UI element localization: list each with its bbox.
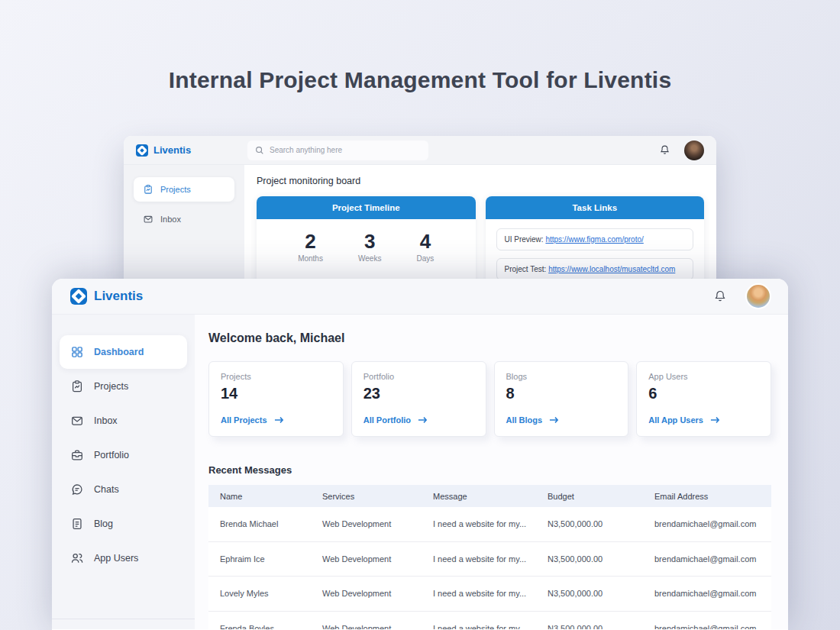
cell-budget: N3,500,000.00 xyxy=(536,624,643,629)
col-services: Services xyxy=(311,492,422,501)
task-links-card: Task Links UI Preview: https://www.figma… xyxy=(486,196,705,291)
inbox-envelope-icon xyxy=(70,414,84,428)
sidebar-item-portfolio[interactable]: Portfolio xyxy=(52,438,195,472)
notifications-bell-icon[interactable] xyxy=(659,144,670,156)
table-row[interactable]: Ephraim Ice Web Development I need a web… xyxy=(208,542,771,577)
sidebar-item-projects[interactable]: Projects xyxy=(52,369,195,403)
project-timeline-card: Project Timeline 2 Months 3 Weeks 4 Days xyxy=(257,196,476,291)
front-topbar: Liventis xyxy=(52,279,788,315)
arrow-right-icon xyxy=(274,416,284,424)
app-users-icon xyxy=(70,551,84,565)
blog-document-icon xyxy=(70,517,84,531)
sidebar-item-label: Inbox xyxy=(94,415,118,426)
portfolio-briefcase-icon xyxy=(70,448,84,462)
sidebar-item-inbox[interactable]: Inbox xyxy=(124,205,244,234)
cell-name: Frenda Boyles xyxy=(208,624,311,629)
cell-service: Web Development xyxy=(311,519,422,528)
timeline-stat-months: 2 Months xyxy=(298,231,323,263)
brand-name: Liventis xyxy=(94,289,143,304)
page-title: Internal Project Management Tool for Liv… xyxy=(0,67,840,93)
stat-label: Portfolio xyxy=(363,372,474,381)
sidebar-item-label: Inbox xyxy=(160,215,181,224)
recent-messages-heading: Recent Messages xyxy=(208,464,771,476)
stat-label: Blogs xyxy=(506,372,617,381)
chats-bubble-icon xyxy=(70,483,84,496)
inbox-envelope-icon xyxy=(143,214,153,225)
col-message: Message xyxy=(422,492,536,501)
sidebar-item-label: Blog xyxy=(94,519,113,529)
arrow-right-icon xyxy=(549,416,559,424)
sidebar-item-dashboard[interactable]: Dashboard xyxy=(60,335,187,369)
dashboard-content: Welcome back, Michael Projects 14 All Pr… xyxy=(195,315,788,629)
table-row[interactable]: Brenda Michael Web Development I need a … xyxy=(208,507,771,542)
cell-service: Web Development xyxy=(311,624,422,629)
projects-clipboard-icon xyxy=(143,184,153,195)
stat-value: 6 xyxy=(648,385,759,402)
sidebar-divider xyxy=(52,619,195,619)
cell-name: Lovely Myles xyxy=(208,589,311,598)
project-test-link[interactable]: https://www.localhost/musatecltd.com xyxy=(548,265,675,273)
search-bar[interactable] xyxy=(247,141,428,160)
all-portfolio-link[interactable]: All Portfolio xyxy=(363,415,474,425)
ui-preview-link[interactable]: https://www.figma.com/proto/ xyxy=(545,235,643,244)
sidebar-item-label: Dashboard xyxy=(94,347,144,357)
stat-value: 14 xyxy=(221,385,331,402)
cell-message: I need a website for my... xyxy=(422,589,536,598)
arrow-right-icon xyxy=(710,416,720,424)
table-row[interactable]: Lovely Myles Web Development I need a we… xyxy=(208,577,771,612)
table-header-row: Name Services Message Budget Email Addre… xyxy=(208,485,771,507)
welcome-heading: Welcome back, Michael xyxy=(208,331,771,345)
background-app-window: Liventis Projects Inbo xyxy=(124,136,716,289)
search-input[interactable] xyxy=(270,146,421,154)
timeline-stat-weeks: 3 Weeks xyxy=(358,231,381,263)
back-content: Project monitoring board Project Timelin… xyxy=(244,165,716,288)
col-budget: Budget xyxy=(536,492,643,501)
sidebar-item-app-users[interactable]: App Users xyxy=(52,541,195,575)
stat-label: Projects xyxy=(221,372,331,381)
sidebar-item-label: Projects xyxy=(160,185,191,194)
brand-name: Liventis xyxy=(153,144,191,156)
cell-email: brendamichael@gmail.com xyxy=(643,519,771,528)
arrow-right-icon xyxy=(418,416,428,424)
cell-name: Ephraim Ice xyxy=(208,554,311,564)
timeline-stat-days: 4 Days xyxy=(417,231,435,263)
task-link-ui-preview: UI Preview: https://www.figma.com/proto/ xyxy=(496,228,694,250)
cell-name: Brenda Michael xyxy=(208,519,311,528)
sidebar-item-inbox[interactable]: Inbox xyxy=(52,403,195,438)
cell-service: Web Development xyxy=(311,554,422,564)
cell-email: brendamichael@gmail.com xyxy=(643,554,771,564)
cell-message: I need a website for my... xyxy=(422,554,536,564)
liventis-logo-icon xyxy=(70,288,87,305)
stat-card-projects: Projects 14 All Projects xyxy=(208,361,344,437)
cell-email: brendamichael@gmail.com xyxy=(643,589,771,598)
all-blogs-link[interactable]: All Blogs xyxy=(506,415,617,425)
recent-messages-table: Name Services Message Budget Email Addre… xyxy=(208,485,771,629)
card-title: Task Links xyxy=(486,196,705,219)
stat-value: 8 xyxy=(506,385,617,402)
sidebar-item-label: Projects xyxy=(94,381,128,392)
user-avatar[interactable] xyxy=(684,141,704,160)
stat-card-blogs: Blogs 8 All Blogs xyxy=(494,361,629,437)
cell-message: I need a website for my... xyxy=(422,624,536,629)
sidebar-item-projects[interactable]: Projects xyxy=(134,177,234,202)
cell-budget: N3,500,000.00 xyxy=(536,519,643,528)
cell-email: brendamichael@gmail.com xyxy=(643,624,771,629)
user-avatar[interactable] xyxy=(747,285,770,308)
cell-budget: N3,500,000.00 xyxy=(536,589,643,598)
all-projects-link[interactable]: All Projects xyxy=(221,415,331,425)
all-app-users-link[interactable]: All App Users xyxy=(648,415,759,425)
sidebar-item-chats[interactable]: Chats xyxy=(52,472,195,506)
liventis-logo-icon xyxy=(136,144,148,157)
front-sidebar: Dashboard Projects Inbox Portfolio xyxy=(52,315,195,629)
notifications-bell-icon[interactable] xyxy=(713,289,727,303)
task-link-project-test: Project Test: https://www.localhost/musa… xyxy=(496,258,694,280)
sidebar-item-label: App Users xyxy=(94,553,138,564)
back-topbar: Liventis xyxy=(124,136,716,165)
sidebar-item-blog[interactable]: Blog xyxy=(52,506,195,541)
table-row[interactable]: Frenda Boyles Web Development I need a w… xyxy=(208,612,771,630)
sidebar-item-label: Chats xyxy=(94,484,119,495)
col-name: Name xyxy=(208,492,311,501)
dashboard-grid-icon xyxy=(70,345,84,359)
liventis-logo: Liventis xyxy=(136,144,247,157)
stat-card-portfolio: Portfolio 23 All Portfolio xyxy=(351,361,486,437)
